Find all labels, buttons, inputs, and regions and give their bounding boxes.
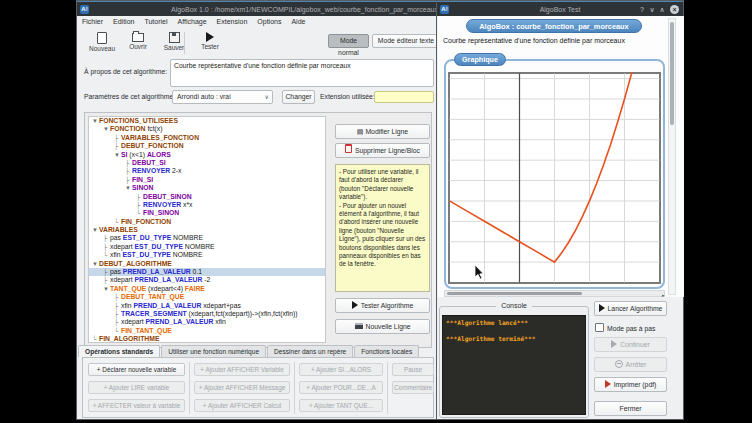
mode-editor-button[interactable]: Mode éditeur texte [372, 34, 440, 48]
console-line: ***Algorithme terminé*** [446, 335, 582, 342]
collapse-arrow-icon[interactable]: ▼ [103, 125, 110, 133]
tree-row[interactable]: ▼VARIABLES [89, 226, 325, 234]
ajouter-si-alors-button[interactable]: + Ajouter SI...ALORS [299, 363, 383, 376]
tree-row[interactable]: ├DEBUT_SI [89, 159, 325, 167]
tree-row[interactable]: ├pas EST_DU_TYPE NOMBRE [89, 234, 325, 242]
collapse-arrow-icon[interactable]: ▼ [103, 285, 110, 293]
about-textarea[interactable]: Courbe représentative d'une fonction déf… [170, 59, 434, 87]
ajouter-lire-variable-button[interactable]: + Ajouter LIRE variable [88, 381, 185, 394]
tree-row[interactable]: ▼FONCTIONS_UTILISEES [89, 117, 325, 125]
run-algorithm-button[interactable]: Lancer Algorithme [594, 301, 667, 316]
ajouter-tant-que-button[interactable]: + Ajouter TANT QUE... [299, 399, 383, 412]
console-groupbox: Console ***Algorithme lancé******Algorit… [439, 306, 589, 418]
tree-row[interactable]: ▼FONCTION fct(x) [89, 125, 325, 133]
main-titlebar[interactable]: A! AlgoBox 1.0 : /home/xm1/NEWCOMPIL/alg… [77, 1, 439, 16]
test-algorithm-button[interactable]: Tester Algorithme [335, 298, 430, 313]
collapse-arrow-icon[interactable]: ▼ [92, 117, 99, 125]
params-select[interactable]: Arrondi auto : vrai ∨ [172, 90, 273, 104]
maximize-icon[interactable]: ∧ [657, 4, 667, 15]
tree-row[interactable]: ├RENVOYER x*x [89, 201, 325, 209]
ajouter-afficher-variable-button[interactable]: + Ajouter AFFICHER Variable [194, 363, 290, 376]
menu-edition[interactable]: Edition [108, 16, 139, 28]
menu-extension[interactable]: Extension [212, 16, 253, 28]
menu-affichage[interactable]: Affichage [173, 16, 212, 28]
extension-field[interactable] [374, 91, 434, 103]
tree-branch-icon: └ [114, 218, 121, 226]
algorithm-description: Courbe représentative d'une fonction déf… [443, 37, 625, 44]
tree-row[interactable]: └FIN_TANT_QUE [89, 327, 325, 335]
close-button[interactable]: Fermer [594, 401, 667, 416]
delete-line-button[interactable]: Supprimer Ligne/Bloc [335, 143, 430, 158]
tree-row[interactable]: ▼SINON [89, 184, 325, 192]
chevron-down-icon: ∨ [265, 91, 269, 103]
scrollbar-thumb[interactable] [447, 292, 582, 295]
collapse-arrow-icon[interactable]: ▼ [125, 184, 132, 192]
menu-fichier[interactable]: Fichier [77, 16, 108, 28]
collapse-arrow-icon[interactable]: ▼ [92, 260, 99, 268]
test-titlebar[interactable]: A! AlgoBox Test ? ∨ ∧ × [437, 1, 683, 16]
tree-branch-icon: └ [114, 327, 121, 335]
step-mode-row[interactable]: Mode pas à pas [595, 323, 655, 333]
tree-row[interactable]: ▼DEBUT_ALGORITHME [89, 260, 325, 268]
graph-horizontal-scrollbar[interactable] [444, 290, 665, 297]
tab-fonctions-locales[interactable]: Fonctions locales [354, 345, 419, 357]
tree-row[interactable]: ├DEBUT_TANT_QUE [89, 293, 325, 301]
ajouter-afficher-message-button[interactable]: + Ajouter AFFICHER Message [194, 381, 290, 394]
tree-row[interactable]: ├pas PREND_LA_VALEUR 0.1 [89, 268, 325, 276]
collapse-arrow-icon[interactable]: ▼ [114, 151, 121, 159]
change-button[interactable]: Changer [282, 90, 315, 104]
tree-row[interactable]: ├RENVOYER 2-x [89, 167, 325, 175]
new-button[interactable]: Nouveau [85, 30, 119, 56]
menu-tutoriel[interactable]: Tutoriel [139, 16, 172, 28]
stop-button[interactable]: Arrêter [594, 357, 667, 372]
minimize-icon[interactable]: ∨ [647, 4, 657, 15]
tree-branch-icon: ├ [125, 167, 132, 175]
tab-op-rations-standards[interactable]: Opérations standards [78, 345, 160, 357]
scrollbar-thumb[interactable] [670, 22, 674, 125]
test-button[interactable]: Tester [193, 30, 227, 56]
new-line-button[interactable]: Nouvelle Ligne [335, 319, 430, 334]
menu-options[interactable]: Options [252, 16, 286, 28]
print-pdf-button[interactable]: Imprimer (pdf) [594, 377, 667, 392]
tree-row[interactable]: ├xdepart PREND_LA_VALEUR -2 [89, 276, 325, 284]
ajouter-afficher-calcul-button[interactable]: + Ajouter AFFICHER Calcul [194, 399, 290, 412]
tree-row[interactable]: └FIN_SINON [89, 209, 325, 217]
commentaire-button[interactable]: Commentaire [392, 381, 434, 394]
save-button[interactable]: Sauver [157, 30, 191, 56]
ajouter-pour-de-a-button[interactable]: + Ajouter POUR...DE...A [299, 381, 383, 394]
modify-line-button[interactable]: ▤Modifier Ligne [335, 124, 430, 139]
tree-branch-icon: ├ [114, 302, 121, 310]
d-clarer-nouvelle-variable-button[interactable]: + Déclarer nouvelle variable [88, 363, 185, 376]
tab-utiliser-une-fonction-num-rique[interactable]: Utiliser une fonction numérique [161, 345, 266, 357]
tree-row[interactable]: └FIN_ALGORITHME [89, 335, 325, 343]
tree-row[interactable]: └FIN_FONCTION [89, 218, 325, 226]
scroll-right-arrow-icon[interactable]: ▸ [662, 292, 665, 298]
tree-row[interactable]: ▼SI (x<1) ALORS [89, 151, 325, 159]
window-vertical-scrollbar[interactable] [668, 18, 676, 295]
tree-row[interactable]: ├TRACER_SEGMENT (xdepart,fct(xdepart))->… [89, 310, 325, 318]
tree-row[interactable]: ├xdepart PREND_LA_VALEUR xfin [89, 318, 325, 326]
help-icon[interactable]: ? [637, 4, 647, 15]
tree-row[interactable]: └xfin EST_DU_TYPE NOMBRE [89, 251, 325, 259]
tree-row[interactable]: ├FIN_SI [89, 176, 325, 184]
tree-row[interactable]: ├xdepart EST_DU_TYPE NOMBRE [89, 243, 325, 251]
pause-button[interactable]: Pause [392, 363, 434, 376]
continue-button[interactable]: Continuer [594, 337, 667, 352]
tab-dessiner-dans-un-rep-re[interactable]: Dessiner dans un repère [267, 345, 353, 357]
tree-row[interactable]: ├DEBUT_FONCTION [89, 142, 325, 150]
open-button[interactable]: Ouvrir [121, 30, 155, 56]
affecter-valeur-variable-button[interactable]: + AFFECTER valeur à variable [88, 399, 185, 412]
tree-row[interactable]: ├DEBUT_SINON [89, 193, 325, 201]
mode-normal-button[interactable]: Mode normal [328, 34, 369, 48]
console-output: ***Algorithme lancé******Algorithme term… [442, 315, 586, 415]
console-label: Console [496, 302, 532, 309]
tree-row[interactable]: ├xfin PREND_LA_VALEUR xdepart+pas [89, 302, 325, 310]
menu-aide[interactable]: Aide [286, 16, 310, 28]
collapse-arrow-icon[interactable]: ▼ [92, 226, 99, 234]
column-separator [189, 362, 190, 414]
tree-branch-icon: ├ [114, 310, 121, 318]
step-mode-checkbox[interactable] [595, 323, 604, 332]
close-icon[interactable]: × [670, 5, 679, 14]
tree-row[interactable]: ▼TANT_QUE (xdepart<4) FAIRE [89, 285, 325, 293]
tree-row[interactable]: ├VARIABLES_FONCTION [89, 134, 325, 142]
